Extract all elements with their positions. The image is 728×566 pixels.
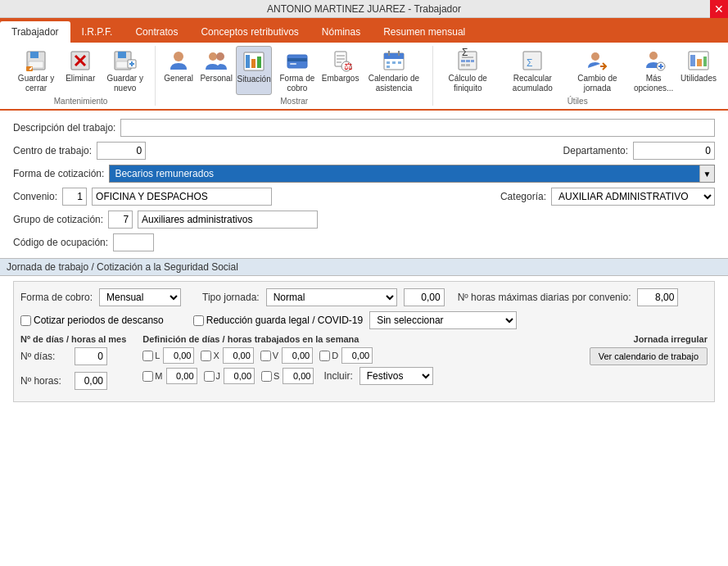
convenio-categoria-row: Convenio: Categoría: AUXILIAR ADMINISTRA… (13, 188, 715, 206)
situacion-button[interactable]: Situación (236, 46, 272, 95)
svg-rect-42 (461, 60, 465, 62)
embargos-button[interactable]: ⚖ Embargos (323, 46, 359, 95)
incluir-select[interactable]: Festivos (359, 367, 433, 385)
reduccion-guarda-check[interactable]: Reducción guarda legal / COVID-19 (193, 315, 363, 326)
forma-cobro-label: Forma de cobro: (20, 292, 93, 303)
embargos-icon: ⚖ (328, 48, 354, 74)
jornada-irregular-section: Jornada irregular Ver calendario de trab… (590, 334, 708, 395)
codigo-ocupacion-input[interactable] (113, 233, 154, 251)
forma-cotizacion-dropdown[interactable]: Becarios remunerados ▼ (109, 165, 715, 183)
cotizar-descanso-text: Cotizar periodos de descanso (34, 315, 164, 326)
cotizar-descanso-check[interactable]: Cotizar periodos de descanso (20, 315, 164, 326)
reduccion-checkbox[interactable] (193, 315, 204, 326)
tipo-jornada-select[interactable]: Normal Parcial Fija discontinua (266, 288, 397, 306)
svg-rect-37 (398, 61, 401, 64)
day-j-check[interactable]: J (204, 371, 221, 382)
tab-trabajador[interactable]: Trabajador (0, 21, 70, 43)
grupo-cotizacion-num-input[interactable] (108, 211, 133, 229)
guardar-nuevo-button[interactable]: Guardar y nuevo (100, 46, 150, 95)
categoria-select[interactable]: AUXILIAR ADMINISTRATIVO (551, 188, 715, 206)
personal-label: Personal (200, 74, 232, 84)
day-l-check[interactable]: L (142, 351, 160, 361)
day-v-input[interactable] (282, 347, 313, 364)
calculo-label: Cálculo de finiquito (443, 74, 492, 93)
descripcion-input[interactable] (120, 119, 715, 137)
svg-rect-44 (471, 60, 474, 62)
save-close-icon (23, 48, 49, 74)
day-m-checkbox[interactable] (142, 371, 153, 382)
tab-irpf[interactable]: I.R.P.F. (70, 21, 124, 43)
svg-rect-23 (287, 58, 307, 61)
convenio-num-input[interactable] (62, 188, 87, 206)
forma-cobro-select[interactable]: Mensual Quincenal Semanal (99, 288, 181, 306)
departamento-input[interactable] (633, 142, 715, 160)
forma-cotizacion-value: Becarios remunerados (110, 165, 699, 182)
day-x-check[interactable]: X (201, 351, 219, 361)
day-m-label: M (155, 371, 162, 381)
calculo-finiquito-button[interactable]: Σ Cálculo de finiquito (438, 46, 497, 95)
utilidades-button[interactable]: Utilidades (681, 46, 717, 95)
day-v-checkbox[interactable] (260, 351, 271, 361)
close-button[interactable]: ✕ (710, 0, 728, 18)
forma-cobro-button[interactable]: Forma de cobro (274, 46, 321, 95)
descripcion-label: Descripción del trabajo: (13, 122, 115, 134)
day-m-check[interactable]: M (142, 371, 162, 382)
calendario-icon (381, 48, 407, 74)
day-v-check[interactable]: V (260, 351, 278, 361)
tab-conceptos[interactable]: Conceptos retributivos (189, 21, 310, 43)
grupo-cotizacion-text-input[interactable] (138, 211, 318, 229)
svg-rect-38 (387, 66, 390, 68)
eliminar-label: Eliminar (66, 74, 95, 84)
eliminar-button[interactable]: Eliminar (62, 46, 98, 95)
tab-nominas[interactable]: Nóminas (310, 21, 372, 43)
centro-trabajo-input[interactable] (97, 142, 146, 160)
day-d-check[interactable]: D (319, 351, 338, 361)
cotizar-descanso-checkbox[interactable] (20, 315, 31, 326)
save-new-icon (112, 48, 138, 74)
day-s-input[interactable] (283, 368, 314, 384)
svg-text:Σ: Σ (527, 57, 532, 69)
convenio-text-input[interactable] (92, 188, 272, 206)
reduccion-select[interactable]: Sin seleccionar (369, 311, 517, 329)
svg-point-15 (174, 52, 183, 61)
mas-opciones-button[interactable]: Más opciones... (628, 46, 679, 95)
svg-rect-45 (461, 64, 465, 66)
svg-rect-55 (690, 55, 695, 66)
day-x-checkbox[interactable] (201, 351, 211, 361)
day-j-input[interactable] (224, 368, 255, 384)
ver-calendario-button[interactable]: Ver calendario de trabajo (590, 347, 708, 365)
guardar-cerrar-button[interactable]: Guardar y cerrar (11, 46, 61, 95)
tab-contratos[interactable]: Contratos (124, 21, 189, 43)
general-button[interactable]: General (161, 46, 197, 95)
forma-cotizacion-arrow[interactable]: ▼ (699, 165, 714, 182)
personal-button[interactable]: Personal (198, 46, 234, 95)
forma-cotizacion-label: Forma de cotización: (13, 168, 104, 179)
calendario-button[interactable]: Calendario de asistencia (360, 46, 428, 95)
horas-value-input[interactable] (404, 288, 445, 306)
day-x-input[interactable] (223, 347, 254, 364)
svg-rect-10 (118, 52, 126, 58)
day-l-input[interactable] (163, 347, 194, 364)
horas-max-input[interactable] (637, 288, 678, 306)
day-l-checkbox[interactable] (142, 351, 153, 361)
day-d-checkbox[interactable] (319, 351, 330, 361)
day-s-checkbox[interactable] (261, 371, 272, 382)
tab-resumen[interactable]: Resumen mensual (372, 21, 477, 43)
toolbar-group-mostrar: General Personal (156, 46, 433, 106)
day-s-check[interactable]: S (261, 371, 279, 382)
day-x-label: X (213, 351, 219, 360)
day-j-checkbox[interactable] (204, 371, 215, 382)
n-horas-input[interactable] (75, 372, 107, 390)
recalcular-button[interactable]: Σ Recalcular acumulado (499, 46, 566, 95)
delete-icon (67, 48, 93, 74)
day-m-input[interactable] (166, 368, 197, 384)
calculo-icon: Σ (454, 48, 481, 74)
svg-point-16 (209, 52, 217, 61)
jornada-section-header: Jornada de trabajo / Cotización a la Seg… (0, 258, 728, 276)
cambio-jornada-button[interactable]: Cambio de jornada (567, 46, 626, 95)
mostrar-label: Mostrar (280, 97, 308, 106)
day-d-input[interactable] (341, 347, 373, 364)
incluir-label: Incluir: (323, 370, 352, 382)
n-dias-input[interactable] (75, 347, 107, 365)
departamento-label: Departamento: (563, 145, 628, 156)
